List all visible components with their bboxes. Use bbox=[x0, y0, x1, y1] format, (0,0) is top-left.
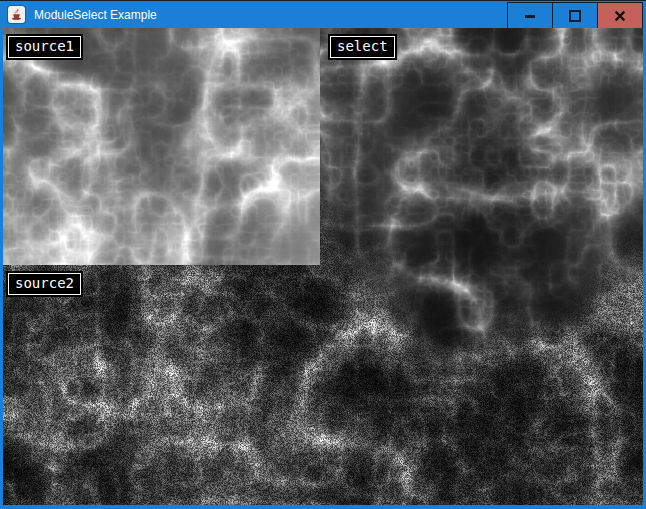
maximize-icon bbox=[569, 10, 581, 22]
java-app-icon bbox=[8, 6, 25, 23]
close-button[interactable] bbox=[597, 2, 643, 29]
image-label-source2: source2 bbox=[8, 273, 81, 295]
source1-image bbox=[3, 28, 320, 265]
close-icon bbox=[614, 10, 626, 22]
source2-label-text: source2 bbox=[15, 275, 74, 291]
java-coffee-cup-icon bbox=[10, 8, 23, 21]
image-label-select: select bbox=[330, 36, 395, 58]
window-controls bbox=[508, 1, 643, 29]
app-window: ModuleSelect Example source bbox=[0, 0, 646, 509]
titlebar[interactable]: ModuleSelect Example bbox=[0, 0, 646, 28]
window-title: ModuleSelect Example bbox=[34, 8, 157, 22]
image-label-source1: source1 bbox=[8, 36, 81, 58]
maximize-button[interactable] bbox=[552, 2, 598, 29]
client-area: source1 select source2 bbox=[3, 28, 643, 505]
minimize-icon bbox=[524, 10, 536, 22]
source1-label-text: source1 bbox=[15, 38, 74, 54]
select-label-text: select bbox=[337, 38, 388, 54]
source2-image-region bbox=[3, 265, 320, 505]
minimize-button[interactable] bbox=[507, 2, 553, 29]
